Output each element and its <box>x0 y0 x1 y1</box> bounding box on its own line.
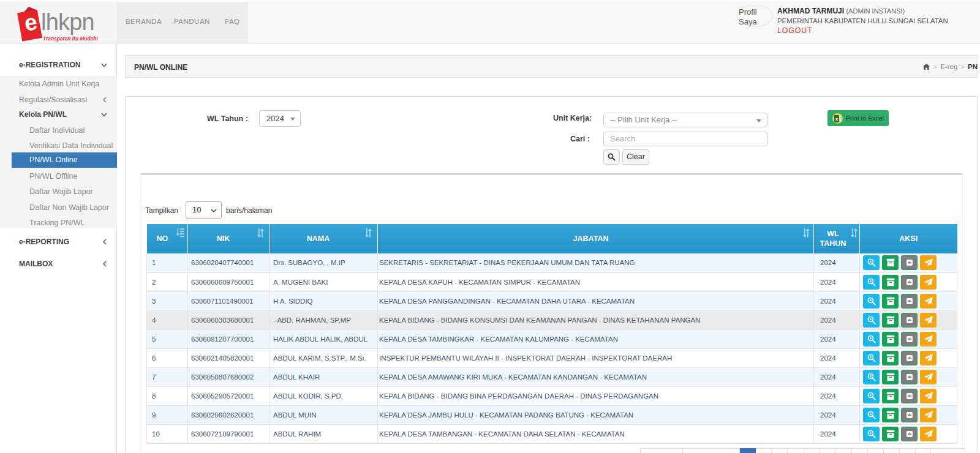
svg-text:x: x <box>835 116 839 122</box>
